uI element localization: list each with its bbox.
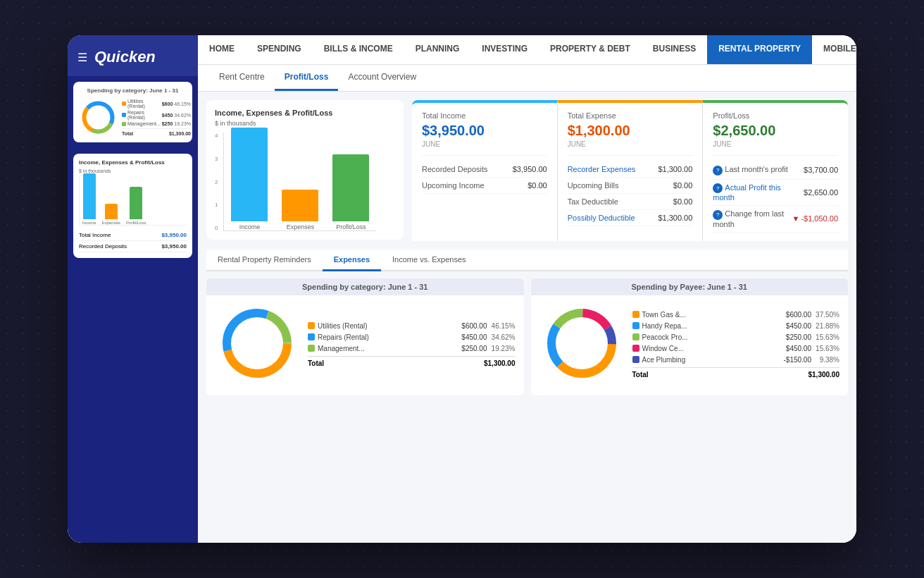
- y-axis: 43210: [215, 133, 220, 231]
- nav-investing[interactable]: INVESTING: [470, 35, 539, 64]
- nav-home[interactable]: HOME: [198, 35, 246, 64]
- chart-title: Income, Expenses & Profit/Loss: [215, 109, 395, 117]
- help-icon-2[interactable]: ?: [713, 183, 723, 193]
- svg-point-13: [556, 317, 608, 369]
- expense-row-2: Upcoming Bills $0.00: [568, 178, 693, 194]
- nav-business[interactable]: BUSINESS: [642, 35, 707, 64]
- charts-row: Spending by category: June 1 - 31: [206, 278, 848, 395]
- help-icon-1[interactable]: ?: [713, 166, 723, 176]
- expense-card: Total Expense $1,300.00 JUNE Recorder Ex…: [558, 100, 704, 241]
- payee-donut: [539, 301, 624, 388]
- profit-card: Profit/Loss $2,650.00 JUNE ?Last month's…: [703, 100, 848, 241]
- mini-bar-chart: Income Expenses Profit/Loss: [79, 176, 187, 226]
- expense-amount: $1,300.00: [568, 123, 693, 139]
- sub-nav-profit[interactable]: Profit/Loss: [275, 65, 339, 91]
- payee-dot-4: [632, 345, 639, 352]
- payee-legend: Town Gas &... $600.00 37.50% Handy Repa.…: [632, 311, 840, 379]
- cat-dot-1: [308, 322, 315, 329]
- bar-chart-container: Income, Expenses & Profit/Loss $ in thou…: [206, 100, 404, 240]
- expense-card-title: Total Expense: [568, 111, 693, 120]
- spending-category-content: Utilities (Rental) $600.00 46.15% Repair…: [215, 301, 516, 388]
- sub-nav-rent[interactable]: Rent Centre: [209, 65, 275, 91]
- bottom-tabs: Rental Property Reminders Expenses Incom…: [206, 250, 848, 271]
- payee-row-1: Town Gas &... $600.00 37.50%: [632, 311, 840, 319]
- profit-card-title: Profit/Loss: [713, 111, 838, 120]
- top-nav: HOME SPENDING BILLS & INCOME PLANNING IN…: [198, 35, 856, 65]
- mobile-chart-card: Income, Expenses & Profit/Loss $ in thou…: [73, 154, 192, 258]
- nav-rental[interactable]: RENTAL PROPERTY: [707, 35, 812, 64]
- sidebar-legend: Utilities (Rental)$600 46.15% Repairs (R…: [122, 99, 191, 136]
- expense-row-1: Recorder Expenses $1,300.00: [568, 161, 693, 178]
- mobile-chart-title: Income, Expenses & Profit/Loss: [79, 159, 187, 166]
- payee-row-2: Handy Repa... $450.00 21.88%: [632, 322, 840, 330]
- spending-payee-content: Town Gas &... $600.00 37.50% Handy Repa.…: [539, 301, 840, 388]
- income-row-2: Upcoming Income $0.00: [422, 178, 547, 194]
- cat-dot-2: [308, 333, 315, 340]
- income-card-title: Total Income: [422, 111, 547, 120]
- payee-dot-1: [632, 311, 639, 318]
- payee-row-4: Window Ce... $450.00 15.63%: [632, 345, 840, 352]
- donut-chart-small: [79, 98, 118, 137]
- nav-property[interactable]: PROPERTY & DEBT: [539, 35, 642, 64]
- payee-dot-3: [632, 333, 639, 340]
- nav-mobile[interactable]: MOBILE & WEB: [812, 35, 856, 64]
- nav-planning[interactable]: PLANNING: [404, 35, 471, 64]
- category-legend: Utilities (Rental) $600.00 46.15% Repair…: [308, 322, 516, 367]
- profit-period: JUNE: [713, 140, 838, 148]
- income-card: Total Income $3,950.00 JUNE Recorded Dep…: [412, 100, 558, 241]
- expense-row-4: Possibly Deductible $1,300.00: [568, 210, 693, 226]
- income-amount: $3,950.00: [422, 123, 547, 139]
- payee-total: Total $1,300.00: [632, 367, 840, 379]
- summary-cards: Total Income $3,950.00 JUNE Recorded Dep…: [412, 100, 848, 241]
- bar-chart: Income Expenses Profit/Loss: [223, 133, 376, 231]
- income-row-1: Recorded Deposits $3,950.00: [422, 161, 547, 178]
- content-area: Income, Expenses & Profit/Loss $ in thou…: [198, 92, 856, 543]
- spending-payee-card: Spending by Payee: June 1 - 31: [531, 278, 849, 395]
- sub-nav: Rent Centre Profit/Loss Account Overview: [198, 65, 856, 92]
- help-icon-3[interactable]: ?: [713, 210, 723, 220]
- payee-dot-2: [632, 322, 639, 329]
- payee-dot-5: [632, 356, 639, 363]
- quicken-logo: Quicken: [94, 48, 156, 66]
- cat-dot-3: [308, 345, 315, 352]
- profit-amount: $2,650.00: [713, 123, 838, 139]
- mobile-stats: Total Income$3,950.00 Recorded Deposits$…: [79, 230, 187, 252]
- bottom-section: Rental Property Reminders Expenses Incom…: [198, 250, 856, 543]
- sub-nav-account[interactable]: Account Overview: [338, 65, 426, 91]
- top-section: Income, Expenses & Profit/Loss $ in thou…: [198, 92, 856, 250]
- sidebar-preview: ☰ Quicken Spending by category: June 1 -…: [68, 35, 198, 543]
- spending-payee-title: Spending by Payee: June 1 - 31: [531, 278, 849, 295]
- nav-spending[interactable]: SPENDING: [246, 35, 313, 64]
- expense-period: JUNE: [568, 140, 693, 148]
- sidebar-header: ☰ Quicken: [68, 35, 198, 76]
- chart-sub: $ in thousands: [215, 120, 395, 127]
- payee-row-3: Peacock Pro... $250.00 15.63%: [632, 333, 840, 341]
- tab-expenses[interactable]: Expenses: [323, 250, 381, 271]
- income-period: JUNE: [422, 140, 547, 148]
- category-donut: [215, 301, 299, 388]
- cat-row-3: Management... $250.00 19.23%: [308, 345, 516, 352]
- nav-bills[interactable]: BILLS & INCOME: [313, 35, 404, 64]
- profit-row-1: ?Last month's profit $3,700.00: [713, 161, 838, 180]
- tab-income-vs[interactable]: Income vs. Expenses: [381, 250, 477, 271]
- profit-row-2: ?Actual Profit this month $2,650.00: [713, 180, 838, 207]
- cat-row-2: Repairs (Rental) $450.00 34.62%: [308, 333, 516, 341]
- cat-row-1: Utilities (Rental) $600.00 46.15%: [308, 322, 516, 330]
- mobile-spending-card: Spending by category: June 1 - 31 Utilit…: [73, 82, 192, 142]
- main-content: HOME SPENDING BILLS & INCOME PLANNING IN…: [198, 35, 856, 543]
- svg-point-7: [231, 317, 283, 369]
- profit-row-3: ?Change from last month ▼-$1,050.00: [713, 206, 838, 233]
- mobile-card-title: Spending by category: June 1 - 31: [79, 87, 187, 94]
- cat-total: Total $1,300.00: [308, 356, 516, 367]
- svg-point-3: [87, 106, 111, 130]
- spending-category-title: Spending by category: June 1 - 31: [206, 278, 524, 295]
- spending-category-card: Spending by category: June 1 - 31: [206, 278, 524, 395]
- payee-row-5: Ace Plumbing -$150.00 9.38%: [632, 356, 840, 364]
- mobile-chart-sub: $ in thousands: [79, 168, 187, 173]
- hamburger-icon[interactable]: ☰: [77, 51, 87, 64]
- expense-row-3: Tax Deductible $0.00: [568, 194, 693, 210]
- down-arrow-icon: ▼: [792, 214, 800, 223]
- tab-reminders[interactable]: Rental Property Reminders: [206, 250, 323, 271]
